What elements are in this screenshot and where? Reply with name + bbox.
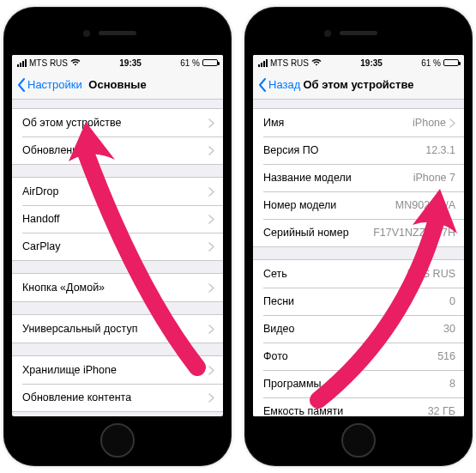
row-label: CarPlay (22, 240, 60, 252)
row-label: Сеть (263, 268, 287, 280)
table-row[interactable]: СетьMTS RUS (253, 260, 464, 288)
row-value: iPhone (413, 117, 455, 129)
table-row[interactable]: Номер моделиMN902RU/A (253, 191, 464, 219)
row-label: Название модели (263, 172, 352, 184)
row-label: Хранилище iPhone (22, 364, 117, 376)
row-label: Песни (263, 295, 294, 307)
table-row[interactable]: Фото516 (253, 343, 464, 370)
table-row[interactable]: Видео30 (253, 315, 464, 343)
table-row[interactable]: Обновление ПО (12, 136, 223, 164)
back-label: Настройки (27, 78, 82, 91)
table-row[interactable]: Версия ПО12.3.1 (253, 136, 464, 164)
settings-group: ИмяiPhoneВерсия ПО12.3.1Название моделиi… (253, 108, 464, 247)
phone-frame-left: MTS RUS 19:35 61 % Настройки Основные Об… (3, 7, 232, 466)
table-row[interactable]: ИмяiPhone (253, 109, 464, 136)
status-bar: MTS RUS 19:35 61 % (253, 55, 464, 70)
table-row[interactable]: Хранилище iPhone (12, 356, 223, 384)
home-button[interactable] (100, 423, 135, 458)
content-left[interactable]: Об этом устройствеОбновление ПОAirDropHa… (12, 100, 223, 416)
carrier-label: MTS RUS (270, 58, 309, 68)
row-label: Обновление контента (22, 391, 131, 403)
settings-group: Универсальный доступ (12, 314, 223, 343)
row-value: F17V1NZZHG7H (373, 227, 455, 239)
row-label: Фото (263, 350, 288, 362)
table-row[interactable]: Кнопка «Домой» (12, 274, 223, 301)
row-value: MTS RUS (407, 268, 455, 280)
row-label: Емкость памяти (263, 405, 343, 416)
row-value (208, 283, 214, 293)
table-row[interactable]: Серийный номерF17V1NZZHG7H (253, 219, 464, 246)
row-label: Handoff (22, 213, 60, 225)
back-button[interactable]: Настройки (17, 78, 82, 92)
row-label: Кнопка «Домой» (22, 282, 105, 294)
row-label: Универсальный доступ (22, 323, 137, 335)
row-value: 32 ГБ (428, 405, 455, 416)
table-row[interactable]: Название моделиiPhone 7 (253, 164, 464, 191)
row-label: Версия ПО (263, 144, 318, 156)
battery-icon (443, 59, 459, 66)
row-value: 516 (437, 350, 455, 362)
table-row[interactable]: Программы8 (253, 370, 464, 397)
back-button[interactable]: Назад (258, 78, 300, 92)
row-label: Об этом устройстве (22, 117, 121, 129)
row-value (208, 215, 214, 224)
phone-speaker (340, 31, 377, 35)
settings-group: AirDropHandoffCarPlay (12, 177, 223, 261)
phone-frame-right: MTS RUS 19:35 61 % Назад Об этом устройс… (244, 7, 473, 466)
row-label: Серийный номер (263, 227, 349, 239)
settings-group: СетьMTS RUSПесни0Видео30Фото516Программы… (253, 259, 464, 416)
table-row[interactable]: Handoff (12, 205, 223, 233)
status-bar: MTS RUS 19:35 61 % (12, 55, 223, 70)
table-row[interactable]: AirDrop (12, 178, 223, 205)
row-label: Имя (263, 117, 284, 129)
screen-left: MTS RUS 19:35 61 % Настройки Основные Об… (12, 55, 223, 416)
content-right[interactable]: ИмяiPhoneВерсия ПО12.3.1Название моделиi… (253, 100, 464, 416)
row-value: 30 (443, 323, 455, 335)
phone-camera (324, 30, 331, 37)
wifi-icon (70, 58, 81, 68)
table-row[interactable]: Универсальный доступ (12, 315, 223, 343)
chevron-right-icon (449, 118, 455, 128)
row-value (208, 324, 214, 334)
chevron-right-icon (208, 393, 214, 403)
battery-pct: 61 % (421, 58, 441, 68)
wifi-icon (311, 58, 322, 68)
chevron-right-icon (208, 242, 214, 252)
table-row[interactable]: CarPlay (12, 233, 223, 260)
table-row[interactable]: Обновление контента (12, 384, 223, 411)
settings-group: Кнопка «Домой» (12, 273, 223, 302)
row-value (208, 366, 214, 375)
row-label: Видео (263, 323, 295, 335)
chevron-right-icon (208, 366, 214, 375)
nav-bar: Назад Об этом устройстве (253, 70, 464, 100)
chevron-right-icon (208, 215, 214, 224)
battery-pct: 61 % (180, 58, 200, 68)
home-button[interactable] (341, 423, 376, 458)
row-value (208, 187, 214, 197)
row-label: AirDrop (22, 185, 58, 197)
chevron-right-icon (208, 146, 214, 155)
back-label: Назад (268, 78, 300, 91)
row-value: 0 (449, 295, 455, 307)
settings-group: Об этом устройствеОбновление ПО (12, 108, 223, 165)
table-row[interactable]: Об этом устройстве (12, 109, 223, 136)
row-value: MN902RU/A (395, 199, 455, 211)
phone-camera (83, 30, 90, 37)
carrier-label: MTS RUS (29, 58, 68, 68)
table-row[interactable]: Емкость памяти32 ГБ (253, 397, 464, 416)
table-row[interactable]: Песни0 (253, 288, 464, 315)
chevron-right-icon (208, 283, 214, 293)
chevron-right-icon (208, 187, 214, 197)
row-value: iPhone 7 (413, 172, 455, 184)
signal-icon (258, 59, 268, 67)
row-value: 12.3.1 (425, 144, 455, 156)
clock: 19:35 (119, 58, 142, 68)
signal-icon (17, 59, 27, 67)
row-value: 8 (449, 378, 455, 390)
screen-right: MTS RUS 19:35 61 % Назад Об этом устройс… (253, 55, 464, 416)
settings-group: Хранилище iPhoneОбновление контента (12, 355, 223, 412)
battery-icon (202, 59, 218, 66)
row-value (208, 146, 214, 155)
phone-speaker (99, 31, 136, 35)
clock: 19:35 (360, 58, 383, 68)
